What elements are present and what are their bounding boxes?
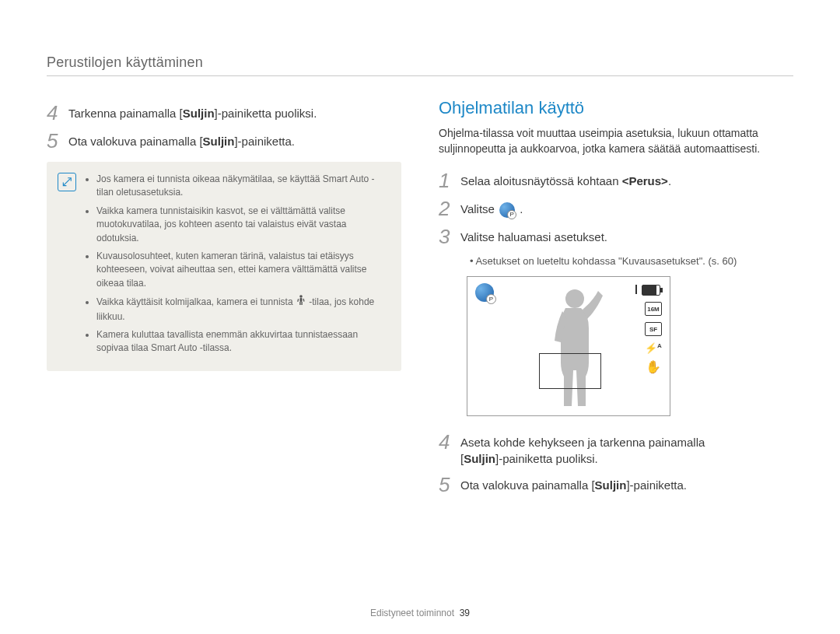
right-step-1: 1 Selaa aloitusnäytössä kohtaan <Perus>. — [439, 170, 793, 191]
svg-rect-2 — [299, 302, 300, 305]
header-title: Perustilojen käyttäminen — [47, 54, 203, 70]
section-title: Ohjelmatilan käyttö — [439, 98, 793, 118]
image-quality-icon: SF — [645, 322, 662, 336]
image-size-icon: 16M — [645, 302, 662, 316]
step-number: 2 — [439, 198, 460, 219]
note-item: Vaikka kamera tunnistaisikin kasvot, se … — [96, 205, 387, 245]
program-mode-icon — [475, 283, 494, 302]
left-column: 4 Tarkenna painamalla [Suljin]-painikett… — [47, 98, 401, 600]
note-item: Jos kamera ei tunnista oikeaa näkymätila… — [96, 173, 387, 200]
left-step-5: 5 Ota valokuva painamalla [Suljin]-paini… — [47, 131, 401, 151]
footer-page-number: 39 — [460, 608, 470, 618]
svg-rect-4 — [297, 299, 299, 302]
step-number: 4 — [439, 432, 460, 452]
flash-auto-icon: ⚡A — [645, 342, 662, 354]
note-list: Jos kamera ei tunnista oikeaa näkymätila… — [86, 173, 387, 356]
step-text: Ota valokuva painamalla [Suljin]-painike… — [68, 131, 295, 149]
svg-point-6 — [565, 289, 584, 308]
program-mode-icon — [499, 202, 515, 218]
right-step-3: 3 Valitse haluamasi asetukset. — [439, 226, 793, 247]
note-box: Jos kamera ei tunnista oikeaa näkymätila… — [47, 162, 401, 371]
step-number: 1 — [439, 170, 460, 191]
page-footer: Edistyneet toiminnot 39 — [47, 600, 793, 618]
footer-section: Edistyneet toiminnot — [370, 608, 454, 618]
step-text: Valitse haluamasi asetukset. — [460, 226, 607, 245]
note-icon — [58, 173, 76, 191]
camera-screen-illustration: 16M SF ⚡A ✋ — [467, 276, 670, 416]
page-header: Perustilojen käyttäminen — [47, 54, 793, 76]
anti-shake-icon: ✋ — [646, 361, 661, 373]
content-columns: 4 Tarkenna painamalla [Suljin]-painikett… — [47, 98, 793, 600]
step-3-sub-bullet: Asetukset on lueteltu kohdassa "Kuvausas… — [470, 254, 793, 268]
right-column: Ohjelmatilan käyttö Ohjelma-tilassa voit… — [439, 98, 793, 600]
svg-rect-3 — [301, 302, 302, 305]
svg-rect-1 — [299, 298, 302, 302]
step-number: 5 — [47, 131, 68, 151]
section-intro: Ohjelma-tilassa voit muuttaa useimpia as… — [439, 126, 793, 156]
step-number: 5 — [439, 475, 460, 495]
step-number: 4 — [47, 103, 68, 123]
camera-side-icons: 16M SF ⚡A ✋ — [645, 302, 662, 373]
svg-point-0 — [299, 295, 303, 298]
person-standing-icon — [297, 295, 305, 310]
right-step-5: 5 Ota valokuva painamalla [Suljin]-paini… — [439, 475, 793, 495]
right-step-2: 2 Valitse . — [439, 198, 793, 219]
note-item: Kuvausolosuhteet, kuten kameran tärinä, … — [96, 250, 387, 290]
focus-rectangle — [539, 353, 601, 389]
step-text: Valitse . — [460, 198, 523, 218]
svg-rect-5 — [303, 299, 304, 302]
note-item: Kamera kuluttaa tavallista enemmän akkuv… — [96, 328, 387, 356]
exposure-bar-icon — [635, 285, 637, 294]
person-silhouette-icon — [542, 285, 604, 410]
step-text: Aseta kohde kehykseen ja tarkenna painam… — [460, 432, 705, 467]
note-item: Vaikka käyttäisit kolmijalkaa, kamera ei… — [96, 295, 387, 324]
battery-full-icon — [642, 285, 660, 296]
left-step-4: 4 Tarkenna painamalla [Suljin]-painikett… — [47, 103, 401, 123]
right-step-4: 4 Aseta kohde kehykseen ja tarkenna pain… — [439, 432, 793, 467]
step-text: Ota valokuva painamalla [Suljin]-painike… — [460, 475, 687, 493]
step-number: 3 — [439, 226, 460, 247]
step-text: Selaa aloitusnäytössä kohtaan <Perus>. — [460, 170, 671, 189]
step-text: Tarkenna painamalla [Suljin]-painiketta … — [68, 103, 317, 121]
